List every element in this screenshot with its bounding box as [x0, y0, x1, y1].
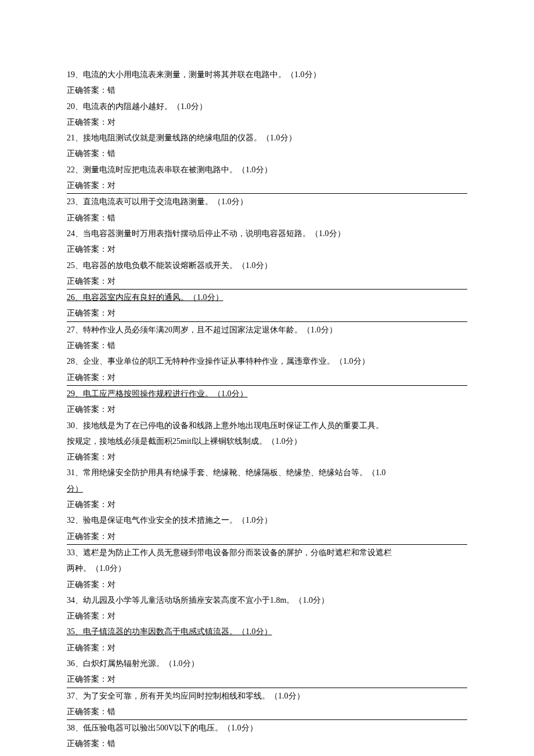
question-text: 30、接地线是为了在已停电的设备和线路上意外地出现电压时保证工作人员的重要工具。: [67, 418, 467, 433]
answer-text: 正确答案：对: [67, 497, 467, 512]
question-text: 19、电流的大小用电流表来测量，测量时将其并联在电路中。（1.0分）: [67, 67, 467, 82]
question-text-continued: 两种。（1.0分）: [67, 560, 467, 576]
answer-text: 正确答案：对: [67, 370, 467, 386]
answer-text: 正确答案：对: [67, 577, 467, 592]
answer-text: 正确答案：对: [67, 241, 467, 257]
answer-text: 正确答案：错: [67, 210, 467, 226]
question-text: 29、电工应严格按照操作规程进行作业。（1.0分）: [67, 386, 467, 401]
answer-text: 正确答案：对: [67, 608, 467, 624]
question-text: 35、电子镇流器的功率因数高于电感式镇流器。（1.0分）: [67, 624, 467, 639]
question-list: 19、电流的大小用电流表来测量，测量时将其并联在电路中。（1.0分）正确答案：错…: [67, 67, 467, 752]
answer-text: 正确答案：对: [67, 401, 467, 417]
answer-text: 正确答案：对: [67, 178, 467, 194]
answer-text: 正确答案：错: [67, 82, 467, 98]
question-text: 21、接地电阻测试仪就是测量线路的绝缘电阻的仪器。（1.0分）: [67, 130, 467, 146]
question-text: 28、企业、事业单位的职工无特种作业操作证从事特种作业，属违章作业。（1.0分）: [67, 353, 467, 369]
answer-text: 正确答案：对: [67, 671, 467, 688]
answer-text: 正确答案：错: [67, 146, 467, 161]
question-text: 34、幼儿园及小学等儿童活动场所插座安装高度不宜小于1.8m。（1.0分）: [67, 592, 467, 608]
question-text: 20、电流表的内阻越小越好。（1.0分）: [67, 99, 467, 114]
question-text: 27、特种作业人员必须年满20周岁，且不超过国家法定退休年龄。（1.0分）: [67, 322, 467, 338]
question-text: 26、电容器室内应有良好的通风。（1.0分）: [67, 290, 467, 305]
question-text: 25、电容器的放电负载不能装设熔断器或开关。（1.0分）: [67, 258, 467, 273]
question-text-continued: 按规定，接地线必须是截面积25mitf以上裸铜软线制成。（1.0分）: [67, 433, 467, 449]
answer-text: 正确答案：对: [67, 273, 467, 290]
question-text: 23、直流电流表可以用于交流电路测量。（1.0分）: [67, 194, 467, 209]
answer-text: 正确答案：对: [67, 449, 467, 465]
question-text: 31、常用绝缘安全防护用具有绝缘手套、绝缘靴、绝缘隔板、绝缘垫、绝缘站台等。（1…: [67, 465, 467, 480]
question-text: 38、低压验电器可以验出500V以下的电压。（1.0分）: [67, 720, 467, 736]
answer-text: 正确答案：对: [67, 305, 467, 321]
answer-text: 正确答案：对: [67, 529, 467, 545]
question-text: 36、白炽灯属热辐射光源。（1.0分）: [67, 656, 467, 671]
answer-text: 正确答案：错: [67, 704, 467, 720]
question-text: 22、测量电流时应把电流表串联在被测电路中。（1.0分）: [67, 162, 467, 178]
question-text: 24、当电容器测量时万用表指针摆动后停止不动，说明电容器短路。（1.0分）: [67, 226, 467, 241]
question-text: 32、验电是保证电气作业安全的技术措施之一。（1.0分）: [67, 512, 467, 528]
question-text-continued: 分）: [67, 481, 467, 497]
question-text: 33、遮栏是为防止工作人员无意碰到带电设备部分而装设备的屏护，分临时遮栏和常设遮…: [67, 545, 467, 560]
answer-text: 正确答案：错: [67, 338, 467, 353]
answer-text: 正确答案：对: [67, 640, 467, 656]
answer-text: 正确答案：错: [67, 736, 467, 751]
question-text: 37、为了安全可靠，所有开关均应同时控制相线和零线。（1.0分）: [67, 688, 467, 704]
answer-text: 正确答案：对: [67, 114, 467, 130]
